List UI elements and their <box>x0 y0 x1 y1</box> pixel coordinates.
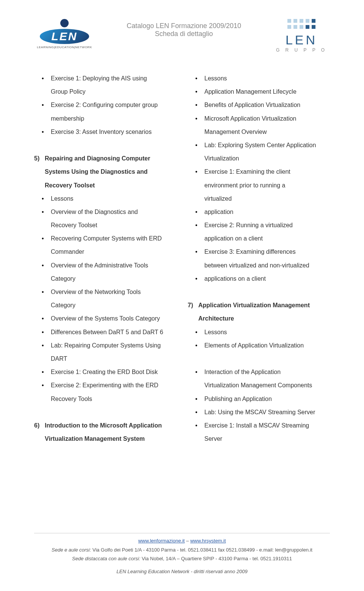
list-item: Elements of Application Virtualization <box>195 339 330 352</box>
list-item: Lessons <box>195 325 330 339</box>
header-title-line1: Catalogo LEN Formazione 2009/2010 <box>127 22 241 30</box>
section-5-heading: 5) Repairing and Diagnosing Computer Sys… <box>34 152 176 192</box>
list-item: Exercise 2: Experimenting with the ERD R… <box>42 379 176 405</box>
list-item: Lessons <box>195 72 330 85</box>
list-item: Lab: Repairing Computer Systems Using DA… <box>42 339 176 365</box>
list-item: Application Management Lifecycle <box>195 85 330 98</box>
logo-right-sub: G R U P P O <box>273 47 330 53</box>
list-item: Exercise 1: Install a MSCAV Streaming Se… <box>195 419 330 445</box>
list-item: Lessons <box>42 192 176 205</box>
content: Exercise 1: Deploying the AIS using Grou… <box>34 72 330 445</box>
section-6-heading: 6) Introduction to the Microsoft Applica… <box>34 419 176 445</box>
list-item: Publishing an Application <box>195 392 330 406</box>
header-title: Catalogo LEN Formazione 2009/2010 Scheda… <box>95 19 273 38</box>
logo-left-tagline: LEARNING|EDUCATION|NETWORK <box>37 46 92 49</box>
list-item: Exercise 1: Examining the client environ… <box>195 165 330 205</box>
list-item: Differences Between DaRT 5 and DaRT 6 <box>42 325 176 339</box>
list-item: Exercise 1: Creating the ERD Boot Disk <box>42 365 176 379</box>
list-item: Exercise 1: Deploying the AIS using Grou… <box>42 72 176 98</box>
logo-right: LEN G R U P P O <box>273 19 330 53</box>
list-item: Benefits of Application Virtualization <box>195 98 330 112</box>
logo-left: LEN LEARNING|EDUCATION|NETWORK <box>34 19 95 49</box>
list-item: Overview of the Administrative Tools Cat… <box>42 259 176 285</box>
logo-right-text: LEN <box>273 33 330 47</box>
list-item: Exercise 2: Running a virtualized applic… <box>195 218 330 245</box>
list-item: Recovering Computer Systems with ERD Com… <box>42 232 176 258</box>
footer-sede-label: Sede e aule corsi: <box>52 547 91 553</box>
list-item: Exercise 2: Configuring computer group m… <box>42 98 176 125</box>
list-item: applications on a client <box>195 272 330 285</box>
left-column: Exercise 1: Deploying the AIS using Grou… <box>34 72 176 445</box>
right-column: Lessons Application Management Lifecycle… <box>188 72 330 445</box>
list-item: Overview of the Diagnostics and Recovery… <box>42 205 176 232</box>
footer-sede2-text: Via Nobel, 14/A – Quartiere SPIP - 43100… <box>140 556 292 561</box>
footer: www.lenformazione.it – www.hrsystem.it S… <box>34 533 330 576</box>
footer-copyright: LEN Learning Education Network - diritti… <box>34 567 330 576</box>
footer-sede2-label: Sede distaccata con aule corsi: <box>72 556 140 561</box>
section-7-heading: 7) Application Virtualization Management… <box>188 299 330 325</box>
footer-link-1[interactable]: www.lenformazione.it <box>138 538 185 544</box>
footer-sede-text: Via Golfo dei Poeti 1/A - 43100 Parma - … <box>91 547 312 553</box>
footer-link-2[interactable]: www.hrsystem.it <box>190 538 226 544</box>
list-item: Lab: Using the MSCAV Streaming Server <box>195 406 330 419</box>
list-item: Microsoft Application Virtualization Man… <box>195 112 330 138</box>
list-item: Interaction of the Application Virtualiz… <box>195 365 330 392</box>
header: LEN LEARNING|EDUCATION|NETWORK Catalogo … <box>34 19 330 53</box>
list-item: application <box>195 205 330 218</box>
list-item: Overview of the Systems Tools Category <box>42 312 176 325</box>
header-title-line2: Scheda di dettaglio <box>95 30 273 38</box>
logo-left-text: LEN <box>52 30 78 43</box>
list-item: Exercise 3: Asset Inventory scenarios <box>42 125 176 138</box>
list-item: Lab: Exploring System Center Application… <box>195 138 330 165</box>
list-item: Overview of the Networking Tools Categor… <box>42 285 176 312</box>
list-item: Exercise 3: Examining differences betwee… <box>195 245 330 272</box>
